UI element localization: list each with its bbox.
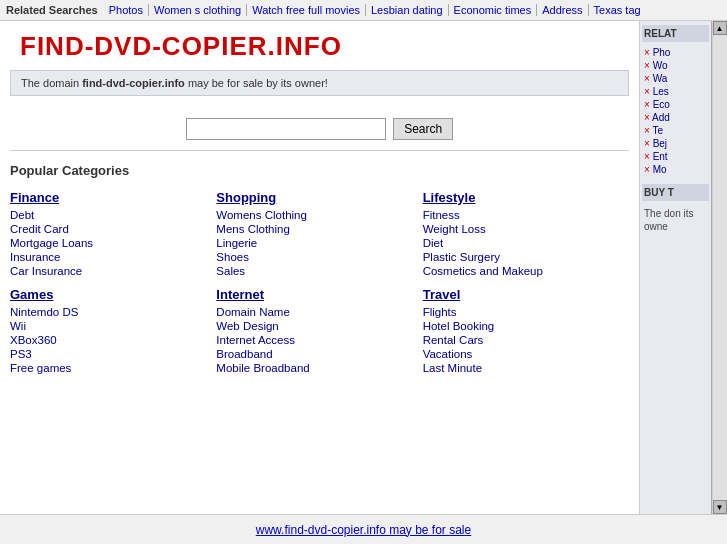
category-link[interactable]: Car Insurance <box>10 265 210 277</box>
category-col: InternetDomain NameWeb DesignInternet Ac… <box>216 283 422 380</box>
top-bar: Related Searches PhotosWomen s clothingW… <box>0 0 727 21</box>
category-link[interactable]: Nintemdo DS <box>10 306 210 318</box>
sidebar-buy-title: BUY T <box>642 184 709 201</box>
top-bar-link[interactable]: Texas tag <box>589 4 646 16</box>
category-link[interactable]: Cosmetics and Makeup <box>423 265 623 277</box>
sidebar-buy-text: The don its owne <box>642 205 709 235</box>
domain-notice: The domain find-dvd-copier.info may be f… <box>10 70 629 96</box>
sidebar-link[interactable]: Add <box>642 111 709 124</box>
sidebar-links: PhoWoWaLesEcoAddTeBejEntMo <box>642 46 709 176</box>
sidebar-related-title: RELAT <box>642 25 709 42</box>
top-bar-link[interactable]: Lesbian dating <box>366 4 449 16</box>
sidebar-link[interactable]: Te <box>642 124 709 137</box>
category-link[interactable]: Vacations <box>423 348 623 360</box>
category-link[interactable]: Broadband <box>216 348 416 360</box>
domain-notice-prefix: The domain <box>21 77 82 89</box>
popular-categories-label: Popular Categories <box>10 159 629 186</box>
category-link[interactable]: Rental Cars <box>423 334 623 346</box>
search-button[interactable]: Search <box>393 118 453 140</box>
category-link[interactable]: Fitness <box>423 209 623 221</box>
category-link[interactable]: Hotel Booking <box>423 320 623 332</box>
sidebar-link[interactable]: Mo <box>642 163 709 176</box>
category-title[interactable]: Internet <box>216 287 416 302</box>
sidebar-link[interactable]: Ent <box>642 150 709 163</box>
related-searches-label: Related Searches <box>6 4 98 16</box>
bottom-link[interactable]: www.find-dvd-copier.info may be for sale <box>256 523 471 537</box>
category-link[interactable]: XBox360 <box>10 334 210 346</box>
category-col: GamesNintemdo DSWiiXBox360PS3Free games <box>10 283 216 380</box>
category-title[interactable]: Finance <box>10 190 210 205</box>
category-link[interactable]: Diet <box>423 237 623 249</box>
category-link[interactable]: Web Design <box>216 320 416 332</box>
site-title[interactable]: FIND-DVD-COPIER.INFO <box>10 21 629 70</box>
bottom-bar: www.find-dvd-copier.info may be for sale <box>0 514 727 544</box>
category-link[interactable]: Free games <box>10 362 210 374</box>
scroll-up-button[interactable]: ▲ <box>713 21 727 35</box>
top-bar-links: PhotosWomen s clothingWatch free full mo… <box>104 4 646 16</box>
search-input[interactable] <box>186 118 386 140</box>
layout: FIND-DVD-COPIER.INFO The domain find-dvd… <box>0 21 727 514</box>
top-bar-link[interactable]: Economic times <box>449 4 538 16</box>
category-col: FinanceDebtCredit CardMortgage LoansInsu… <box>10 186 216 283</box>
top-bar-link[interactable]: Women s clothing <box>149 4 247 16</box>
top-bar-link[interactable]: Photos <box>104 4 149 16</box>
sidebar-link[interactable]: Eco <box>642 98 709 111</box>
category-link[interactable]: Internet Access <box>216 334 416 346</box>
category-link[interactable]: Credit Card <box>10 223 210 235</box>
category-link[interactable]: Mens Clothing <box>216 223 416 235</box>
category-link[interactable]: Plastic Surgery <box>423 251 623 263</box>
category-link[interactable]: Last Minute <box>423 362 623 374</box>
category-link[interactable]: Sales <box>216 265 416 277</box>
top-bar-link[interactable]: Watch free full movies <box>247 4 366 16</box>
category-col: ShoppingWomens ClothingMens ClothingLing… <box>216 186 422 283</box>
category-link[interactable]: Wii <box>10 320 210 332</box>
category-title[interactable]: Shopping <box>216 190 416 205</box>
search-section: Search <box>10 104 629 151</box>
main-content: FIND-DVD-COPIER.INFO The domain find-dvd… <box>0 21 639 514</box>
sidebar: RELAT PhoWoWaLesEcoAddTeBejEntMo BUY T T… <box>639 21 711 514</box>
scrollbar: ▲ ▼ <box>711 21 727 514</box>
sidebar-link[interactable]: Pho <box>642 46 709 59</box>
sidebar-link[interactable]: Wa <box>642 72 709 85</box>
scroll-down-button[interactable]: ▼ <box>713 500 727 514</box>
sidebar-link[interactable]: Les <box>642 85 709 98</box>
category-link[interactable]: Weight Loss <box>423 223 623 235</box>
category-link[interactable]: Domain Name <box>216 306 416 318</box>
sidebar-link[interactable]: Wo <box>642 59 709 72</box>
category-col: TravelFlightsHotel BookingRental CarsVac… <box>423 283 629 380</box>
category-title[interactable]: Travel <box>423 287 623 302</box>
category-link[interactable]: Mortgage Loans <box>10 237 210 249</box>
category-grid: FinanceDebtCredit CardMortgage LoansInsu… <box>10 186 629 388</box>
category-link[interactable]: Mobile Broadband <box>216 362 416 374</box>
top-bar-link[interactable]: Address <box>537 4 588 16</box>
category-link[interactable]: Flights <box>423 306 623 318</box>
category-col: LifestyleFitnessWeight LossDietPlastic S… <box>423 186 629 283</box>
category-title[interactable]: Games <box>10 287 210 302</box>
sidebar-link[interactable]: Bej <box>642 137 709 150</box>
category-link[interactable]: Lingerie <box>216 237 416 249</box>
domain-name: find-dvd-copier.info <box>82 77 185 89</box>
category-title[interactable]: Lifestyle <box>423 190 623 205</box>
category-link[interactable]: Shoes <box>216 251 416 263</box>
category-link[interactable]: Debt <box>10 209 210 221</box>
category-link[interactable]: PS3 <box>10 348 210 360</box>
category-link[interactable]: Insurance <box>10 251 210 263</box>
category-link[interactable]: Womens Clothing <box>216 209 416 221</box>
domain-notice-suffix: may be for sale by its owner! <box>185 77 328 89</box>
